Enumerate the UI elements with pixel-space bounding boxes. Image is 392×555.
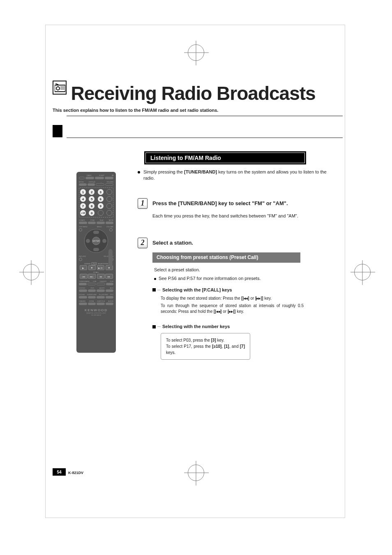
sub-heading: Choosing from preset stations (Preset Ca… [152,252,300,263]
ff-icon: ▸▸ [105,274,113,279]
page-header: Receiving Radio Broadcasts This section … [53,82,343,113]
numkeys-heading: Selecting with the number keys [162,324,230,330]
num-key-plus10: +10 [80,210,86,216]
crop-mark-icon [23,264,39,280]
step-title: Select a station. [152,239,193,247]
page-subtitle: This section explains how to listen to t… [53,108,343,113]
model-label: K-821DV [68,471,83,475]
number-pad: 1 2 3 4 5 6 7 8 9 +10 0 [79,187,113,217]
stop-icon: ■ [88,265,96,270]
step-title: Press the [TUNER/BAND] key to select "FM… [152,200,288,207]
section-heading: Listening to FM/AM Radio [145,152,306,164]
nav-wheel: ENTER [84,229,108,253]
blank-key [98,210,104,216]
repeat-key [106,203,112,209]
rule [67,116,343,116]
play-pause-icon: ▶/II [97,265,104,270]
next-icon: ▸▸| [88,274,96,279]
step-number-badge: 1 [138,198,148,209]
rew-icon: ◂◂ [97,274,105,279]
step-1: 1 Press the [TUNER/BAND] key to select "… [138,200,339,219]
volume-rocker [108,249,113,267]
step-body: Each time you press the key, the band sw… [152,213,339,219]
tuner-key [106,210,112,216]
bullet-icon [138,171,140,173]
crop-mark-icon [188,44,204,61]
intro-paragraph: Simply pressing the [TUNER/BAND] key tur… [138,169,339,182]
num-key-4: 4 [80,196,86,202]
pcall-heading: Selecting with the [P.CALL] keys [162,287,232,293]
note-text: See P.56 and P.57 for more information o… [154,275,339,282]
page-number: 54 [53,468,66,476]
body-text: Select a preset station. [154,267,339,273]
num-key-6: 6 [98,196,104,202]
num-key-1: 1 [80,189,86,195]
square-bullet-icon [152,288,156,291]
callout-box: To select P03, press the [3] key. To sel… [161,333,250,360]
page-title: Receiving Radio Broadcasts [71,83,315,104]
step-number-badge: 2 [138,238,148,248]
shuffle-key [106,196,112,202]
svg-point-1 [56,87,60,90]
rule [67,137,343,138]
preset-key [106,189,112,195]
step-2: 2 Select a station. Choosing from preset… [138,239,339,360]
side-accent [53,125,62,137]
radio-icon [53,81,67,95]
bullet-icon [154,278,156,280]
play-icon: ▶ [80,265,87,270]
crop-mark-icon [188,465,204,481]
pcall-body: To display the next stored station: Pres… [161,296,304,314]
prev-icon: |◂◂ [80,274,88,279]
crop-mark-icon [354,264,371,280]
num-key-8: 8 [89,203,95,209]
seek-row: |◂◂▸▸| ◂◂▸▸ [79,274,113,279]
remote-illustration: TIMERSLEEP⏻ MODEDISPLAY—FOLDER 1 2 3 4 5… [76,172,116,353]
brand-label: KENWOOD [79,308,113,312]
num-key-9: 9 [98,203,104,209]
square-bullet-icon [152,325,156,328]
num-key-7: 7 [80,203,86,209]
num-key-5: 5 [89,196,95,202]
num-key-3: 3 [98,189,104,195]
num-key-0: 0 [89,210,95,216]
num-key-2: 2 [89,189,95,195]
